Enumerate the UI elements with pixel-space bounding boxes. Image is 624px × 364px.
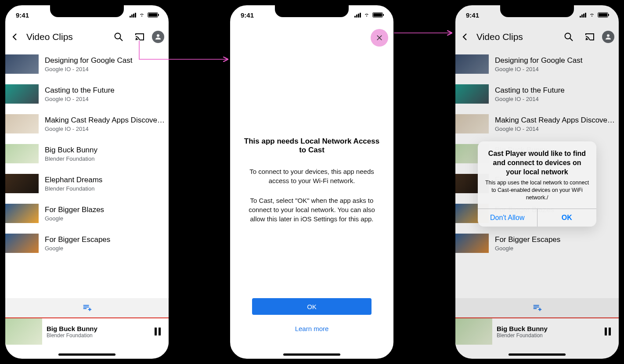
info-sheet-title: This app needs Local Network Access to C…	[241, 137, 383, 155]
now-playing-bar[interactable]: Big Buck Bunny Blender Foundation	[5, 317, 169, 345]
back-icon[interactable]	[10, 32, 20, 42]
cellular-signal-icon	[354, 13, 361, 18]
app-header: Video Clips	[5, 25, 169, 49]
info-paragraph-1: To connect to your devices, this app nee…	[245, 167, 379, 185]
video-thumb	[5, 174, 39, 193]
svg-point-4	[157, 34, 159, 37]
app-header: Video Clips	[455, 25, 619, 49]
video-title: Big Buck Bunny	[45, 146, 167, 155]
list-item[interactable]: For Bigger BlazesGoogle	[5, 198, 169, 228]
video-title: Casting to the Future	[45, 86, 167, 95]
account-avatar-icon[interactable]	[602, 31, 614, 43]
video-title: For Bigger Blazes	[45, 205, 167, 214]
video-thumb	[455, 84, 489, 104]
phone-screen-1: 9:41 Video Clips Designing for Google Ca…	[1, 1, 173, 363]
battery-icon	[598, 12, 608, 18]
home-indicator[interactable]	[58, 353, 115, 356]
now-playing-subtitle: Blender Foundation	[497, 332, 600, 339]
video-subtitle: Google	[45, 215, 167, 222]
video-thumb	[5, 144, 39, 163]
clock: 9:41	[241, 11, 254, 19]
video-list: Designing for Google CastGoogle IO - 201…	[5, 49, 169, 298]
close-icon	[375, 34, 383, 42]
clock: 9:41	[16, 11, 29, 19]
back-icon[interactable]	[460, 32, 470, 42]
video-title: Designing for Google Cast	[45, 56, 167, 65]
list-item[interactable]: For Bigger EscapesGoogle	[5, 228, 169, 258]
video-thumb	[5, 114, 39, 133]
list-item[interactable]: Elephant DreamsBlender Foundation	[5, 169, 169, 198]
video-thumb	[5, 204, 39, 223]
alert-allow-button[interactable]: OK	[537, 209, 597, 227]
search-icon[interactable]	[563, 32, 574, 42]
video-thumb	[5, 54, 39, 74]
video-thumb	[5, 234, 39, 253]
now-playing-bar[interactable]: Big Buck Bunny Blender Foundation	[455, 317, 619, 345]
video-thumb	[455, 114, 489, 133]
search-icon[interactable]	[113, 32, 124, 42]
wifi-icon	[138, 12, 145, 18]
video-title: Making Cast Ready Apps Discoverable	[45, 116, 167, 125]
list-item[interactable]: Making Cast Ready Apps DiscoverableGoogl…	[455, 109, 619, 139]
cellular-signal-icon	[580, 13, 586, 18]
list-item[interactable]: Casting to the FutureGoogle IO - 2014	[455, 79, 619, 109]
list-item[interactable]: Making Cast Ready Apps DiscoverableGoogl…	[5, 109, 169, 139]
clock: 9:41	[466, 11, 479, 19]
video-thumb	[455, 54, 489, 74]
wifi-icon	[363, 12, 370, 18]
close-button[interactable]	[371, 29, 388, 47]
battery-icon	[372, 12, 383, 18]
video-subtitle: Google IO - 2014	[495, 126, 617, 132]
list-item[interactable]: For Bigger EscapesGoogle	[455, 228, 619, 258]
queue-bar[interactable]	[5, 298, 169, 317]
phone-screen-3: 9:41 Video Clips Designing for Google Ca…	[451, 1, 623, 363]
video-title: Making Cast Ready Apps Discoverable	[495, 116, 617, 125]
alert-message: This app uses the local network to conne…	[478, 177, 596, 209]
now-playing-thumb	[5, 318, 42, 345]
page-title: Video Clips	[26, 32, 106, 42]
video-thumb	[455, 234, 489, 253]
video-title: For Bigger Escapes	[45, 235, 167, 244]
video-subtitle: Google IO - 2014	[495, 96, 617, 102]
notch	[50, 5, 124, 17]
svg-point-8	[607, 34, 610, 37]
list-item[interactable]: Designing for Google CastGoogle IO - 201…	[455, 49, 619, 79]
home-indicator[interactable]	[283, 353, 340, 356]
queue-bar[interactable]	[455, 298, 619, 317]
video-subtitle: Google IO - 2014	[45, 96, 167, 102]
page-title: Video Clips	[476, 32, 556, 42]
account-avatar-icon[interactable]	[152, 31, 164, 43]
video-title: For Bigger Escapes	[495, 235, 617, 244]
notch	[500, 5, 574, 17]
cast-icon[interactable]	[584, 32, 595, 42]
wifi-icon	[588, 12, 595, 18]
list-item[interactable]: Big Buck BunnyBlender Foundation	[5, 139, 169, 169]
svg-point-7	[586, 39, 587, 40]
pause-icon[interactable]	[605, 328, 611, 335]
video-subtitle: Blender Foundation	[45, 185, 167, 192]
svg-line-2	[120, 38, 123, 41]
ok-button[interactable]: OK	[252, 298, 372, 315]
system-alert: Cast Player would like to find and conne…	[478, 141, 596, 227]
svg-point-3	[136, 39, 137, 40]
pause-icon[interactable]	[155, 328, 161, 335]
video-subtitle: Google IO - 2014	[45, 66, 167, 72]
list-item[interactable]: Designing for Google CastGoogle IO - 201…	[5, 49, 169, 79]
learn-more-link[interactable]: Learn more	[230, 325, 393, 332]
video-thumb	[5, 84, 39, 104]
now-playing-title: Big Buck Bunny	[497, 325, 600, 332]
video-title: Elephant Dreams	[45, 176, 167, 184]
list-item[interactable]: Casting to the FutureGoogle IO - 2014	[5, 79, 169, 109]
video-subtitle: Google	[45, 245, 167, 252]
home-indicator[interactable]	[509, 353, 566, 356]
cast-icon[interactable]	[134, 32, 145, 42]
alert-deny-button[interactable]: Don't Allow	[478, 209, 537, 227]
video-subtitle: Google IO - 2014	[495, 66, 617, 72]
svg-point-5	[565, 33, 571, 39]
info-sheet-body: This app needs Local Network Access to C…	[230, 137, 393, 234]
playlist-add-icon	[82, 303, 92, 313]
notch	[275, 5, 349, 17]
phone-screen-2: 9:41 This app needs Local Network Access…	[226, 1, 398, 363]
svg-line-6	[570, 38, 573, 41]
playlist-add-icon	[532, 303, 542, 313]
